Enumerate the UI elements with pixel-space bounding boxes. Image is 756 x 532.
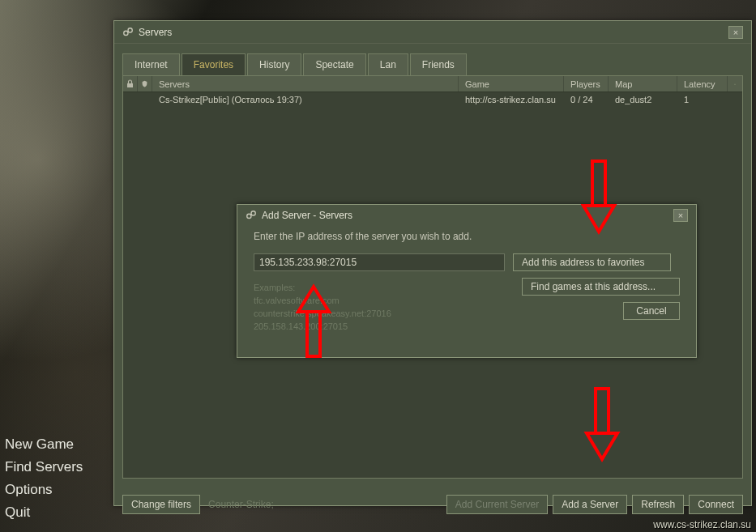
menu-find-servers[interactable]: Find Servers xyxy=(5,459,83,475)
example-line: 205.158.143.200:27015 xyxy=(254,320,391,333)
svg-point-4 xyxy=(247,214,251,218)
steam-icon xyxy=(246,210,257,221)
dialog-title: Add Server - Servers xyxy=(262,210,352,221)
table-header: Servers Game Players Map Latency xyxy=(123,76,742,92)
column-latency[interactable]: Latency xyxy=(677,76,728,92)
steam-icon xyxy=(122,27,134,38)
tab-internet[interactable]: Internet xyxy=(122,53,180,75)
column-password-icon[interactable] xyxy=(123,76,138,92)
examples-block: Examples: tfc.valvesoftware.com counters… xyxy=(254,281,391,333)
column-scrollbar-head xyxy=(728,76,742,92)
tab-friends[interactable]: Friends xyxy=(410,53,467,75)
table-row[interactable]: Cs-Strikez[Public] (Осталось 19:37) http… xyxy=(123,92,742,107)
cancel-button[interactable]: Cancel xyxy=(623,302,680,320)
shield-icon xyxy=(141,79,148,88)
dialog-prompt: Enter the IP address of the server you w… xyxy=(254,231,680,242)
example-line: tfc.valvesoftware.com xyxy=(254,294,391,307)
add-current-server-button: Add Current Server xyxy=(446,495,548,514)
column-servers[interactable]: Servers xyxy=(152,76,459,92)
change-filters-button[interactable]: Change filters xyxy=(122,495,200,514)
dialog-close-button[interactable]: × xyxy=(673,209,688,222)
window-close-button[interactable]: × xyxy=(728,26,743,39)
tab-favorites[interactable]: Favorites xyxy=(182,53,246,75)
menu-quit[interactable]: Quit xyxy=(5,504,83,521)
add-server-dialog: Add Server - Servers × Enter the IP addr… xyxy=(237,204,697,358)
column-players[interactable]: Players xyxy=(564,76,609,92)
menu-options[interactable]: Options xyxy=(5,482,83,498)
svg-rect-3 xyxy=(127,83,133,87)
tab-lan[interactable]: Lan xyxy=(368,53,408,75)
chevron-up-icon xyxy=(734,82,736,87)
server-latency: 1 xyxy=(677,95,728,104)
ip-address-input[interactable] xyxy=(254,253,505,271)
server-name: Cs-Strikez[Public] (Осталось 19:37) xyxy=(152,95,459,104)
window-title-bar: Servers × xyxy=(114,21,751,44)
example-line: counterstrike.speakeasy.net:27016 xyxy=(254,307,391,320)
svg-point-0 xyxy=(124,31,128,35)
dialog-title-bar: Add Server - Servers × xyxy=(237,205,696,226)
tab-history[interactable]: History xyxy=(247,53,301,75)
watermark: www.cs-strikez.clan.su xyxy=(653,519,751,530)
column-map[interactable]: Map xyxy=(609,76,677,92)
connect-button[interactable]: Connect xyxy=(689,495,743,514)
server-game: http://cs-strikez.clan.su xyxy=(459,95,564,104)
filter-summary: Counter-Strike; xyxy=(208,499,274,510)
add-to-favorites-button[interactable]: Add this address to favorites xyxy=(513,253,671,271)
server-players: 0 / 24 xyxy=(564,95,609,104)
main-menu: New Game Find Servers Options Quit xyxy=(5,436,83,521)
server-map: de_dust2 xyxy=(609,95,677,104)
bottom-bar: Change filters Counter-Strike; Add Curre… xyxy=(114,487,751,522)
tab-spectate[interactable]: Spectate xyxy=(303,53,365,75)
column-game[interactable]: Game xyxy=(459,76,564,92)
examples-label: Examples: xyxy=(254,281,391,294)
column-secure-icon[interactable] xyxy=(138,76,152,92)
menu-new-game[interactable]: New Game xyxy=(5,436,83,453)
find-games-button[interactable]: Find games at this address... xyxy=(522,278,680,296)
refresh-button[interactable]: Refresh xyxy=(632,495,684,514)
tab-bar: Internet Favorites History Spectate Lan … xyxy=(122,53,743,75)
window-title: Servers xyxy=(139,27,172,38)
lock-icon xyxy=(126,79,134,88)
add-a-server-button[interactable]: Add a Server xyxy=(553,495,627,514)
